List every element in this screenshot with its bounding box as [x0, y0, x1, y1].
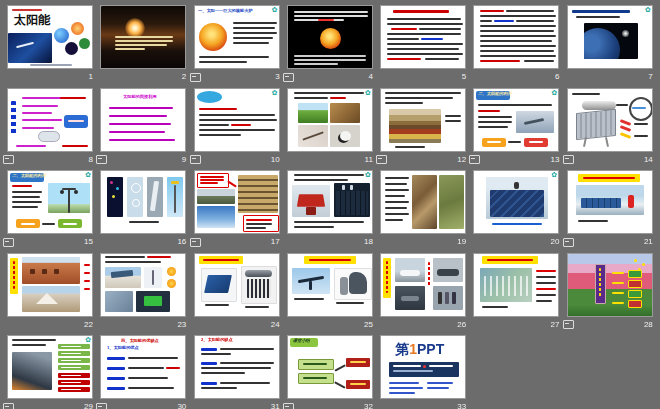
caption-line: [205, 304, 229, 306]
transition-icon[interactable]: [190, 238, 201, 247]
slide-title: 四、太阳能的优缺点: [121, 338, 159, 343]
slide-thumbnail[interactable]: [7, 88, 93, 152]
window: [42, 269, 47, 274]
slide-thumbnail[interactable]: 太阳能的间接利用: [100, 88, 186, 152]
slide-strip: 10: [194, 152, 280, 166]
slide-thumbnail[interactable]: 一、太阳——巨大的核能火炉: [194, 5, 280, 69]
link-line: [389, 392, 415, 394]
slide-thumbnail[interactable]: [473, 170, 559, 234]
slide-thumbnail[interactable]: [100, 5, 186, 69]
slide-thumbnail[interactable]: 太阳能: [7, 5, 93, 69]
slide-strip: 17: [194, 234, 280, 248]
slide-thumbnail[interactable]: [567, 253, 653, 317]
slide-number: 28: [644, 321, 653, 329]
transition-icon[interactable]: [190, 155, 201, 164]
panel-leg: [605, 136, 609, 146]
sculpture: [150, 181, 159, 211]
blue-panel: [204, 275, 232, 293]
solar-car-photo: [433, 258, 463, 282]
transition-icon[interactable]: [376, 155, 387, 164]
red-point-box: [58, 373, 90, 378]
slide-strip: 29: [7, 399, 93, 409]
slide-thumbnail[interactable]: [7, 253, 93, 317]
slide-thumbnail[interactable]: 四、太阳能的优缺点 1、太阳能的优点: [100, 335, 186, 399]
slide-thumbnail[interactable]: [287, 88, 373, 152]
transition-icon[interactable]: [96, 155, 107, 164]
text-line: [12, 206, 38, 208]
highlighted-title: [199, 256, 243, 264]
slide-thumbnail[interactable]: [287, 170, 373, 234]
slide-thumbnail[interactable]: [194, 253, 280, 317]
slide-cell: 太阳能的间接利用 9: [100, 88, 193, 171]
box-text: [61, 346, 81, 348]
slide-thumbnail[interactable]: [100, 170, 186, 234]
slide-strip: 21: [567, 234, 653, 248]
highlighted-title: [482, 256, 538, 264]
slide-thumbnail[interactable]: [380, 253, 466, 317]
window: [54, 269, 59, 274]
worker-figure: [342, 185, 345, 190]
slide-thumbnail[interactable]: [7, 335, 93, 399]
slide-number: 11: [365, 156, 373, 164]
slide-thumbnail[interactable]: [380, 5, 466, 69]
text-line: [385, 219, 403, 221]
text-line: [294, 15, 368, 17]
slide-cell: 第1PPT 33: [380, 335, 473, 409]
text-line: [385, 97, 453, 99]
transition-icon[interactable]: [283, 403, 294, 409]
box-text: [61, 367, 81, 369]
slide-thumbnail[interactable]: [194, 170, 280, 234]
label-line: [634, 123, 648, 125]
transition-icon[interactable]: [563, 155, 574, 164]
slide-cell: 6: [473, 5, 566, 88]
transition-icon[interactable]: [3, 238, 14, 247]
slide-thumbnail[interactable]: [567, 5, 653, 69]
slide-thumbnail[interactable]: 课堂小结: [287, 335, 373, 399]
transition-icon[interactable]: [563, 238, 574, 247]
vacuum-tubes: [247, 279, 271, 298]
slide-thumbnail[interactable]: [567, 88, 653, 152]
text-line: [233, 22, 277, 24]
transition-icon[interactable]: [563, 320, 574, 329]
slide-thumbnail[interactable]: 第1PPT: [380, 335, 466, 399]
brand-logo: 第1PPT: [395, 341, 444, 359]
tank: [245, 270, 272, 277]
slide-title: 2、太阳能的缺点: [201, 337, 233, 342]
item-box: [628, 280, 642, 288]
slide-cell: 太阳能 1: [7, 5, 100, 88]
slide-number: 9: [182, 156, 186, 164]
slide-thumbnail[interactable]: [380, 88, 466, 152]
slide-thumbnail[interactable]: 二、太阳能的利用: [7, 170, 93, 234]
slide-thumbnail[interactable]: [100, 253, 186, 317]
box-text: [61, 375, 81, 377]
transition-icon[interactable]: [3, 403, 14, 409]
item-box: [628, 270, 642, 278]
text-line: [294, 226, 334, 228]
slide-thumbnail[interactable]: [287, 253, 373, 317]
transition-icon[interactable]: [3, 155, 14, 164]
slide-thumbnail[interactable]: 2、太阳能的缺点: [194, 335, 280, 399]
slide-thumbnail[interactable]: [473, 253, 559, 317]
slide-cell: 27: [473, 253, 566, 336]
flow-arrow: [508, 141, 521, 143]
transition-icon[interactable]: [96, 403, 107, 409]
slide-thumbnail[interactable]: [473, 5, 559, 69]
red-pavilion: [297, 194, 325, 206]
point-lead: [107, 377, 125, 380]
person: [340, 277, 348, 295]
slide-strip: 31: [194, 399, 280, 409]
slide-thumbnail[interactable]: [567, 170, 653, 234]
text-line: [199, 56, 269, 58]
slide-thumbnail[interactable]: [380, 170, 466, 234]
slide-thumbnail[interactable]: [287, 5, 373, 69]
highlight-text: [387, 58, 421, 60]
red-title-line: [393, 10, 449, 13]
transition-icon[interactable]: [469, 155, 480, 164]
footer-text-line: [30, 64, 72, 66]
slide-thumbnail[interactable]: 二、太阳能的利用: [473, 88, 559, 152]
connector-line: [334, 364, 345, 371]
transition-icon[interactable]: [283, 73, 294, 82]
slide-thumbnail[interactable]: [194, 88, 280, 152]
text-line: [478, 104, 552, 106]
transition-icon[interactable]: [190, 73, 201, 82]
